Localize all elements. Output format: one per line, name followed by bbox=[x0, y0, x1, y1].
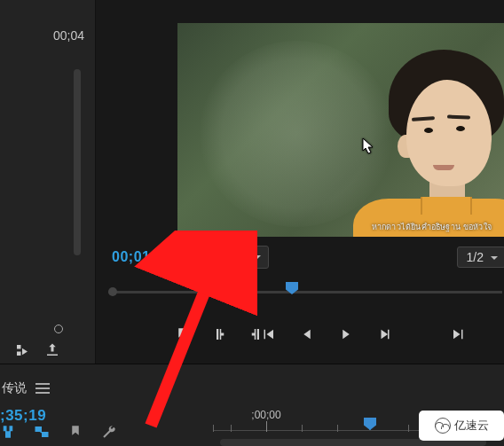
resolution-dropdown[interactable]: 1/2 bbox=[457, 246, 504, 268]
resolution-label: 1/2 bbox=[467, 250, 484, 264]
play-button[interactable] bbox=[338, 326, 354, 342]
export-frame-icon[interactable] bbox=[44, 342, 60, 358]
scrubber-track bbox=[108, 291, 502, 293]
linked-selection-icon[interactable] bbox=[34, 424, 50, 442]
watermark-cloud-icon bbox=[435, 418, 451, 434]
video-subtitle: หากดาวได้ยินคำอธิษฐาน ขอหัวใจ bbox=[372, 221, 492, 233]
ruler-time-marker: 00;04 bbox=[53, 28, 84, 43]
settings-wrench-icon[interactable] bbox=[101, 424, 117, 442]
step-back-button[interactable] bbox=[299, 326, 315, 342]
indicator-circle-icon bbox=[54, 325, 63, 333]
timeline-timecode[interactable]: ;35;19 bbox=[0, 407, 46, 425]
transport-controls bbox=[96, 321, 504, 348]
zoom-fit-label: 适合 bbox=[222, 249, 247, 263]
video-preview[interactable]: หากดาวได้ยินคำอธิษฐาน ขอหัวใจ bbox=[177, 23, 504, 237]
monitor-controls-row: 00;01;35;1 适合 1/2 bbox=[96, 245, 504, 270]
panel-menu-icon[interactable] bbox=[35, 383, 50, 394]
step-forward-button[interactable] bbox=[377, 326, 393, 342]
monitor-scrubber[interactable] bbox=[108, 284, 502, 301]
scrubber-start-cap[interactable] bbox=[108, 287, 117, 296]
person-figure bbox=[353, 50, 504, 237]
add-marker-button[interactable] bbox=[174, 326, 190, 342]
program-monitor: หากดาวได้ยินคำอธิษฐาน ขอหัวใจ 00;01;35;1… bbox=[96, 0, 504, 364]
snap-toggle-icon[interactable] bbox=[0, 424, 16, 442]
zoom-fit-dropdown[interactable]: 适合 bbox=[212, 246, 269, 269]
timeline-playhead[interactable] bbox=[364, 418, 376, 430]
sequence-title[interactable]: 传说 bbox=[2, 380, 27, 396]
ruler-tick-label: ;00;00 bbox=[251, 409, 280, 421]
mark-out-button[interactable] bbox=[248, 326, 264, 342]
mark-in-button[interactable] bbox=[211, 326, 227, 342]
marker-icon[interactable] bbox=[67, 424, 83, 442]
vertical-scrollbar[interactable] bbox=[74, 69, 81, 255]
timeline-tools bbox=[0, 424, 117, 442]
playhead-timecode[interactable]: 00;01;35;1 bbox=[112, 249, 185, 265]
go-to-out-button[interactable] bbox=[451, 326, 467, 342]
insert-clip-icon[interactable] bbox=[14, 342, 30, 358]
watermark-text: 亿速云 bbox=[454, 418, 489, 434]
sequence-title-row: 传说 bbox=[2, 380, 50, 396]
watermark-badge: 亿速云 bbox=[419, 411, 504, 441]
source-panel: 00;04 bbox=[0, 0, 96, 364]
